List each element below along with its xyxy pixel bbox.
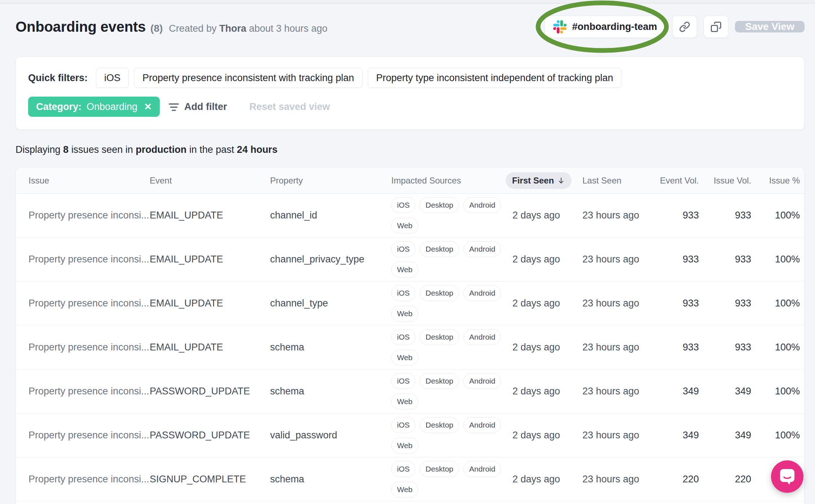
summary-mid1: issues seen in xyxy=(71,144,133,155)
quick-filter-ios[interactable]: iOS xyxy=(96,68,129,88)
slack-channel-button[interactable]: #onboarding-team xyxy=(545,16,666,38)
source-pill-desktop: Desktop xyxy=(420,373,459,389)
issue-pct-cell: 100% xyxy=(751,430,800,441)
byline-suffix: about 3 hours ago xyxy=(249,23,327,34)
issue-vol-cell: 933 xyxy=(699,210,751,221)
quick-filters-row: Quick filters: iOS Property presence inc… xyxy=(28,68,792,88)
chat-launcher-button[interactable] xyxy=(771,460,803,493)
source-pill-ios: iOS xyxy=(391,241,415,257)
active-filters-row: Category: Onboarding ✕ Add filter Reset … xyxy=(28,97,792,117)
slack-icon xyxy=(553,20,567,34)
issue-pct-cell: 100% xyxy=(751,298,800,309)
table-row[interactable]: Property presence inconsi... PASSWORD_UP… xyxy=(16,369,804,413)
quick-filter-property-presence[interactable]: Property presence inconsistent with trac… xyxy=(134,68,362,88)
chat-bubble-icon xyxy=(779,468,796,485)
property-cell: schema xyxy=(270,342,391,353)
link-icon xyxy=(679,21,690,32)
issue-cell: Property presence inconsi... xyxy=(28,298,150,309)
event-vol-cell: 933 xyxy=(647,254,699,265)
last-seen-cell: 23 hours ago xyxy=(582,430,647,441)
impacted-sources-cell: iOSDesktopAndroidWeb xyxy=(391,457,503,501)
event-cell: PASSWORD_UPDATE xyxy=(150,386,270,397)
first-seen-cell: 2 days ago xyxy=(503,430,582,441)
impacted-sources-cell: iOSDesktopAndroidWeb xyxy=(391,194,503,237)
column-header-first-seen: First Seen xyxy=(503,172,582,189)
first-seen-cell: 2 days ago xyxy=(503,474,582,485)
source-pill-web: Web xyxy=(391,394,418,410)
table-row[interactable]: Property presence inconsi... SIGNUP_STAR… xyxy=(16,501,804,504)
event-cell: EMAIL_UPDATE xyxy=(150,254,270,265)
source-pill-android: Android xyxy=(463,241,501,257)
table-row[interactable]: Property presence inconsi... SIGNUP_COMP… xyxy=(16,457,804,501)
issue-cell: Property presence inconsi... xyxy=(28,430,150,441)
table-row[interactable]: Property presence inconsi... EMAIL_UPDAT… xyxy=(16,325,804,369)
column-header-impacted-sources[interactable]: Impacted Sources xyxy=(391,176,503,186)
last-seen-cell: 23 hours ago xyxy=(582,342,647,353)
event-vol-cell: 933 xyxy=(647,210,699,221)
issue-vol-cell: 933 xyxy=(699,254,751,265)
event-vol-cell: 220 xyxy=(647,474,699,485)
issue-pct-cell: 100% xyxy=(751,342,800,353)
table-row[interactable]: Property presence inconsi... EMAIL_UPDAT… xyxy=(16,237,804,281)
reset-saved-view-button[interactable]: Reset saved view xyxy=(249,101,330,112)
copy-link-button[interactable] xyxy=(672,16,697,38)
duplicate-view-button[interactable] xyxy=(704,16,728,38)
sort-first-seen-button[interactable]: First Seen xyxy=(506,172,572,189)
quick-filter-property-type[interactable]: Property type inconsistent independent o… xyxy=(368,68,621,88)
impacted-sources-cell: iOSDesktopAndroidWeb xyxy=(391,370,503,413)
source-pill-android: Android xyxy=(463,285,501,301)
column-header-property[interactable]: Property xyxy=(270,176,391,186)
issue-pct-cell: 100% xyxy=(751,386,800,397)
event-cell: EMAIL_UPDATE xyxy=(150,298,270,309)
issue-vol-cell: 933 xyxy=(699,298,751,309)
property-cell: valid_password xyxy=(270,430,391,441)
byline-prefix: Created by xyxy=(169,23,216,34)
table-row[interactable]: Property presence inconsi... PASSWORD_UP… xyxy=(16,413,804,457)
source-pill-ios: iOS xyxy=(391,461,415,477)
event-vol-cell: 933 xyxy=(647,342,699,353)
column-header-event[interactable]: Event xyxy=(150,176,270,186)
slack-button-wrap: #onboarding-team xyxy=(545,16,666,38)
impacted-sources-cell: iOSDesktopAndroidWeb xyxy=(391,501,503,504)
source-pill-android: Android xyxy=(463,373,501,389)
last-seen-cell: 23 hours ago xyxy=(582,474,647,485)
table-row[interactable]: Property presence inconsi... EMAIL_UPDAT… xyxy=(16,194,804,237)
property-cell: channel_type xyxy=(270,298,391,309)
event-vol-cell: 349 xyxy=(647,430,699,441)
source-pill-ios: iOS xyxy=(391,285,415,301)
issue-vol-cell: 933 xyxy=(699,342,751,353)
page: Onboarding events (8) Created by Thora a… xyxy=(0,13,815,504)
active-filter-chip[interactable]: Category: Onboarding ✕ xyxy=(28,97,160,117)
source-pill-desktop: Desktop xyxy=(420,417,459,433)
column-header-last-seen[interactable]: Last Seen xyxy=(582,176,647,186)
first-seen-cell: 2 days ago xyxy=(503,210,582,221)
event-cell: EMAIL_UPDATE xyxy=(150,342,270,353)
source-pill-desktop: Desktop xyxy=(420,329,459,345)
property-cell: schema xyxy=(270,386,391,397)
slack-channel-label: #onboarding-team xyxy=(572,21,657,32)
top-strip xyxy=(0,0,815,4)
column-header-issue-vol[interactable]: Issue Vol. xyxy=(699,176,751,186)
table-header-row: Issue Event Property Impacted Sources Fi… xyxy=(16,168,804,194)
issue-vol-cell: 349 xyxy=(699,386,751,397)
add-filter-button[interactable]: Add filter xyxy=(168,101,227,112)
column-header-event-vol[interactable]: Event Vol. xyxy=(647,176,699,186)
table-body: Property presence inconsi... EMAIL_UPDAT… xyxy=(16,194,804,504)
first-seen-cell: 2 days ago xyxy=(503,254,582,265)
column-header-issue-pct[interactable]: Issue % xyxy=(751,176,800,186)
issue-pct-cell: 100% xyxy=(751,210,800,221)
remove-filter-icon[interactable]: ✕ xyxy=(144,101,152,112)
column-header-issue[interactable]: Issue xyxy=(28,176,150,186)
first-seen-cell: 2 days ago xyxy=(503,298,582,309)
issue-cell: Property presence inconsi... xyxy=(28,342,150,353)
arrow-down-icon xyxy=(557,177,565,185)
source-pill-android: Android xyxy=(463,329,501,345)
byline-author: Thora xyxy=(219,23,246,34)
table-row[interactable]: Property presence inconsi... EMAIL_UPDAT… xyxy=(16,281,804,325)
property-cell: channel_id xyxy=(270,210,391,221)
summary-mid2: in the past xyxy=(189,144,234,155)
save-view-button[interactable]: Save View xyxy=(735,21,805,32)
page-title: Onboarding events xyxy=(16,19,146,35)
last-seen-cell: 23 hours ago xyxy=(582,386,647,397)
summary-timeframe: 24 hours xyxy=(237,144,278,155)
